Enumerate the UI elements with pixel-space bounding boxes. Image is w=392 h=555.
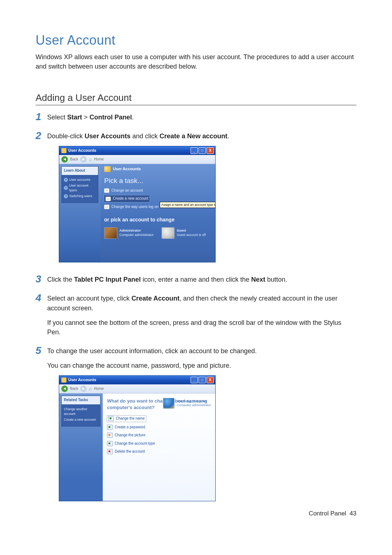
account-name: Guest [177,229,205,233]
action-label: Delete the account [115,449,145,454]
sidebar-link-label: User accounts [69,177,90,182]
action-label: Change the picture [115,433,146,438]
text: > [82,114,90,121]
breadcrumb: User Accounts [113,166,141,172]
sidebar-link-create-new[interactable]: Create a new account [64,417,98,422]
minimize-button[interactable]: _ [191,377,198,383]
maximize-button[interactable]: □ [199,377,206,383]
step-3-body: Click the Tablet PC Input Panel icon, en… [47,275,356,289]
account-subtitle: Computer administrator [177,403,211,407]
footer-label: Control Panel [309,510,346,517]
step-number-1: 1 [36,112,47,122]
sidebar-link-label: User account types [69,183,96,193]
sidebar-link-user-accounts[interactable]: ?User accounts [64,177,96,182]
account-tile-administrator[interactable]: AdministratorComputer administrator [104,227,154,239]
window-titlebar: User Accounts _ □ X [59,376,215,384]
sidebar: Related Tasks Change another account Cre… [59,393,103,501]
page-title: User Account [36,33,356,48]
back-label: Back [70,386,78,392]
action-icon [107,433,113,438]
app-icon [61,378,66,383]
text: button. [265,276,287,283]
main-panel: samsung computerComputer administrator W… [103,393,215,501]
action-icon [107,449,113,454]
action-label: Change the name [116,416,145,421]
screenshot-user-accounts-main: User Accounts _ □ X ◄ Back ► ⌂ Home [59,146,216,262]
step-2-body: Double-click User Accounts and click Cre… [47,131,356,270]
text: . [132,114,134,121]
task-label: Change an account [111,188,143,193]
action-change-type[interactable]: Change the account type [107,441,211,446]
home-icon[interactable]: ⌂ [89,156,92,163]
forward-button[interactable]: ► [80,385,87,392]
step-4-body: Select an account type, click Create Acc… [47,294,356,342]
sidebar-heading: Learn About [62,167,98,175]
text: and click [130,132,159,140]
action-create-password[interactable]: Create a password [107,425,211,430]
task-create-account[interactable]: Create a new account [104,195,150,202]
step-number-3: 3 [36,274,47,284]
bold: Tablet PC Input Panel [74,276,141,283]
sidebar-link-switching-users[interactable]: ?Switching users [64,194,96,199]
account-preview: samsung computerComputer administrator [163,398,211,409]
account-picture-icon [104,227,117,239]
task-label: Change the way users log on or off [111,204,168,210]
help-icon: ? [64,178,68,182]
close-button[interactable]: X [207,147,214,154]
sidebar: Learn About ?User accounts ?User account… [59,164,101,262]
sidebar-link-label: Switching users [69,194,92,199]
window-titlebar: User Accounts _ □ X [59,146,215,155]
maximize-button[interactable]: □ [199,147,206,154]
forward-button[interactable]: ► [80,156,87,163]
action-label: Change the account type [115,441,155,446]
text: Double-click [47,132,85,140]
step-number-2: 2 [36,131,47,141]
back-label: Back [70,157,78,162]
close-button[interactable]: X [207,377,214,383]
help-icon: ? [64,186,68,190]
window-title: User Accounts [68,148,191,154]
section-heading: Adding a User Account [36,92,356,103]
text: icon, enter a name and then click the [141,276,251,283]
app-icon [61,148,66,153]
back-button[interactable]: ◄ [61,385,68,392]
text: Select an account type, click [47,295,131,302]
back-button[interactable]: ◄ [61,156,68,163]
bold: Next [251,276,265,283]
sidebar-link-change-another[interactable]: Change another account [64,407,98,416]
arrow-icon [106,197,111,201]
account-tile-guest[interactable]: GuestGuest account is off [162,227,205,239]
step-1-body: Select Start > Control Panel. [47,113,356,127]
minimize-button[interactable]: _ [191,147,198,154]
window-title: User Accounts [68,377,191,383]
help-icon: ? [64,194,68,198]
step-5-body: To change the user account information, … [47,346,356,501]
home-icon[interactable]: ⌂ [89,385,92,392]
home-label: Home [94,157,104,162]
action-label: Create a password [115,425,145,430]
action-change-picture[interactable]: Change the picture [107,433,211,438]
sidebar-link-label: Change another account [64,407,98,416]
account-subtitle: Computer administrator [119,233,154,237]
action-delete-account[interactable]: Delete the account [107,449,211,454]
page-footer: Control Panel 43 [36,510,356,517]
step-5-line1: To change the user account information, … [47,346,356,356]
action-change-name[interactable]: Change the name [107,416,146,422]
step-5-line2: You can change the account name, passwor… [47,361,356,370]
main-panel: User Accounts Pick a task... Change an a… [101,164,215,262]
pick-a-task-heading: Pick a task... [104,176,212,186]
bold: Create a New account [159,132,227,140]
task-change-account[interactable]: Change an account [104,188,212,193]
bold: Control Panel [90,114,132,121]
task-label: Create a new account [113,196,148,201]
window-toolbar: ◄ Back ► ⌂ Home [59,155,215,164]
bold: Start [67,114,82,121]
action-icon [107,441,113,446]
sidebar-link-account-types[interactable]: ?User account types [64,183,96,193]
home-label: Home [94,386,104,392]
screenshot-user-accounts-change: User Accounts _ □ X ◄ Back ► ⌂ Home [59,375,216,501]
sidebar-heading: Related Tasks [62,396,100,404]
text: Click the [47,276,74,283]
text: . [228,132,229,140]
intro-text: Windows XP allows each user to use a com… [36,52,356,71]
